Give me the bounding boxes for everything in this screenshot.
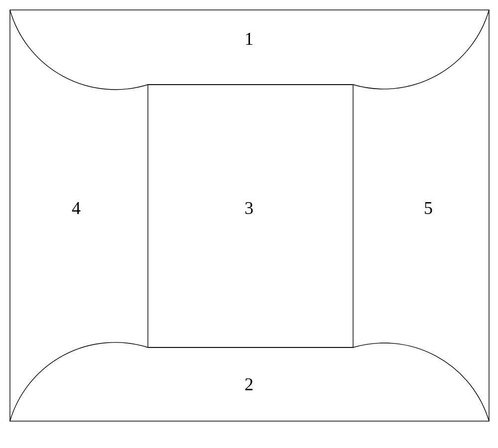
label-region-1: 1: [245, 28, 253, 49]
diagram-canvas: 1 2 3 4 5: [0, 0, 498, 448]
label-region-5: 5: [424, 198, 433, 219]
label-region-2: 2: [245, 374, 253, 395]
label-region-3: 3: [245, 198, 253, 219]
label-region-4: 4: [72, 198, 81, 219]
